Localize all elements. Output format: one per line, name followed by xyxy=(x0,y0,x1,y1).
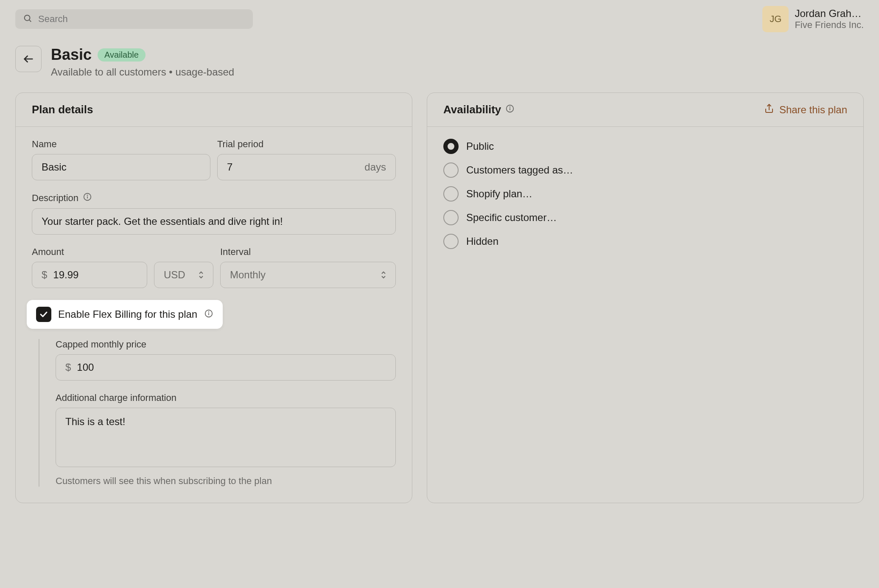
share-icon xyxy=(764,104,774,116)
availability-option[interactable]: Public xyxy=(443,139,847,154)
radio-icon xyxy=(443,162,459,178)
availability-option[interactable]: Customers tagged as… xyxy=(443,162,847,178)
capped-price-label: Capped monthly price xyxy=(56,339,396,350)
availability-option-label: Hidden xyxy=(466,235,498,247)
trial-period-unit: days xyxy=(364,161,386,173)
back-button[interactable] xyxy=(15,46,42,72)
capped-price-input[interactable] xyxy=(77,361,386,373)
share-plan-button[interactable]: Share this plan xyxy=(764,104,847,116)
status-badge: Available xyxy=(98,48,146,62)
availability-option[interactable]: Specific customer… xyxy=(443,210,847,225)
radio-icon xyxy=(443,186,459,202)
availability-option-label: Customers tagged as… xyxy=(466,164,573,176)
page-title: Basic xyxy=(51,46,92,64)
currency-select[interactable]: USD xyxy=(154,262,213,288)
interval-label: Interval xyxy=(220,246,396,258)
availability-option[interactable]: Hidden xyxy=(443,234,847,249)
chevron-updown-icon xyxy=(199,271,204,279)
name-input[interactable] xyxy=(32,154,210,180)
trial-period-input[interactable] xyxy=(227,161,358,173)
svg-point-8 xyxy=(209,312,209,312)
page-subtitle: Available to all customers • usage-based xyxy=(51,66,234,78)
additional-charge-helper: Customers will see this when subscribing… xyxy=(56,476,396,487)
description-input[interactable] xyxy=(32,208,396,235)
user-menu[interactable]: JG Jordan Grah… Five Friends Inc. xyxy=(762,6,864,32)
svg-point-11 xyxy=(510,107,510,107)
search-input[interactable] xyxy=(38,14,245,25)
user-company: Five Friends Inc. xyxy=(795,20,864,31)
trial-period-label: Trial period xyxy=(217,139,396,150)
availability-option-label: Specific customer… xyxy=(466,212,557,224)
user-name: Jordan Grah… xyxy=(795,8,864,20)
info-icon[interactable] xyxy=(505,103,515,116)
amount-input[interactable] xyxy=(53,269,137,281)
flex-billing-checkbox[interactable] xyxy=(36,307,51,322)
interval-select[interactable]: Monthly xyxy=(220,262,396,288)
availability-option-label: Shopify plan… xyxy=(466,188,532,200)
svg-line-1 xyxy=(29,20,31,22)
chevron-updown-icon xyxy=(381,271,386,279)
description-label: Description xyxy=(32,192,396,204)
info-icon[interactable] xyxy=(204,309,213,320)
radio-icon xyxy=(443,234,459,249)
svg-point-5 xyxy=(87,195,88,196)
additional-charge-textarea[interactable] xyxy=(56,408,396,467)
availability-title: Availability xyxy=(443,103,515,116)
availability-card: Availability Share this plan PublicCusto… xyxy=(427,92,864,503)
name-label: Name xyxy=(32,139,210,150)
plan-details-card: Plan details Name Trial period days xyxy=(15,92,412,503)
amount-label: Amount xyxy=(32,246,147,258)
svg-point-0 xyxy=(25,15,30,21)
availability-option-label: Public xyxy=(466,140,494,152)
radio-icon xyxy=(443,139,459,154)
flex-billing-label: Enable Flex Billing for this plan xyxy=(58,308,197,320)
additional-charge-label: Additional charge information xyxy=(56,392,396,403)
capped-currency-symbol: $ xyxy=(65,361,71,373)
amount-currency-symbol: $ xyxy=(42,269,47,281)
avatar: JG xyxy=(762,6,789,32)
radio-icon xyxy=(443,210,459,225)
search-icon xyxy=(23,14,32,25)
search-field[interactable] xyxy=(15,9,253,29)
availability-option[interactable]: Shopify plan… xyxy=(443,186,847,202)
info-icon[interactable] xyxy=(83,192,92,204)
plan-details-title: Plan details xyxy=(32,103,93,116)
